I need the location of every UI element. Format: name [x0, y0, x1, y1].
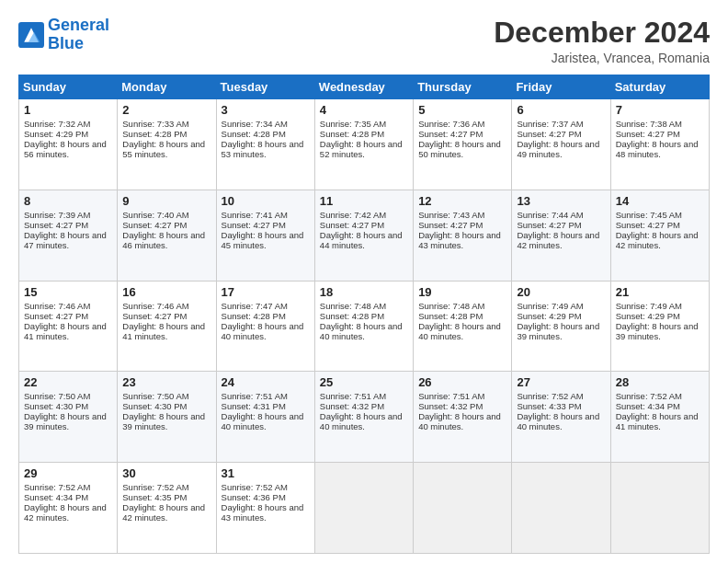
daylight-label: Daylight: 8 hours and 39 minutes.: [517, 321, 599, 341]
daylight-label: Daylight: 8 hours and 56 minutes.: [24, 139, 107, 159]
sunset-label: Sunset: 4:27 PM: [24, 311, 88, 321]
sunset-label: Sunset: 4:33 PM: [517, 401, 581, 411]
day-number: 14: [616, 194, 704, 208]
day-number: 3: [222, 103, 310, 117]
day-number: 20: [517, 285, 605, 299]
sunset-label: Sunset: 4:28 PM: [320, 129, 384, 139]
daylight-label: Daylight: 8 hours and 41 minutes.: [122, 321, 205, 341]
day-cell: 12Sunrise: 7:43 AMSunset: 4:27 PMDayligh…: [414, 190, 512, 281]
sunset-label: Sunset: 4:27 PM: [418, 220, 483, 230]
day-cell: [314, 463, 413, 554]
sunset-label: Sunset: 4:27 PM: [122, 220, 187, 230]
week-row-1: 1Sunrise: 7:32 AMSunset: 4:29 PMDaylight…: [19, 99, 710, 190]
day-cell: 15Sunrise: 7:46 AMSunset: 4:27 PMDayligh…: [19, 281, 118, 372]
day-number: 24: [222, 375, 310, 389]
day-number: 9: [122, 194, 210, 208]
sunset-label: Sunset: 4:31 PM: [222, 401, 286, 411]
sunset-label: Sunset: 4:32 PM: [320, 401, 384, 411]
day-cell: 19Sunrise: 7:48 AMSunset: 4:28 PMDayligh…: [414, 281, 512, 372]
day-number: 5: [418, 103, 506, 117]
day-cell: 11Sunrise: 7:42 AMSunset: 4:27 PMDayligh…: [314, 190, 413, 281]
sunrise-label: Sunrise: 7:52 AM: [122, 482, 188, 492]
day-number: 13: [517, 194, 605, 208]
sunset-label: Sunset: 4:27 PM: [222, 220, 286, 230]
day-cell: 1Sunrise: 7:32 AMSunset: 4:29 PMDaylight…: [19, 99, 118, 190]
day-number: 7: [616, 103, 704, 117]
header: General Blue December 2024 Jaristea, Vra…: [18, 17, 710, 65]
week-row-4: 22Sunrise: 7:50 AMSunset: 4:30 PMDayligh…: [19, 372, 710, 463]
col-header-sunday: Sunday: [19, 75, 118, 99]
day-cell: 16Sunrise: 7:46 AMSunset: 4:27 PMDayligh…: [118, 281, 216, 372]
col-header-monday: Monday: [118, 75, 216, 99]
day-number: 11: [320, 194, 408, 208]
sunset-label: Sunset: 4:28 PM: [320, 311, 384, 321]
logo-line2: Blue: [48, 34, 84, 52]
day-number: 10: [222, 194, 310, 208]
day-cell: 29Sunrise: 7:52 AMSunset: 4:34 PMDayligh…: [19, 463, 118, 554]
sunrise-label: Sunrise: 7:32 AM: [24, 119, 90, 129]
day-cell: 13Sunrise: 7:44 AMSunset: 4:27 PMDayligh…: [512, 190, 610, 281]
daylight-label: Daylight: 8 hours and 40 minutes.: [320, 411, 403, 431]
day-cell: 9Sunrise: 7:40 AMSunset: 4:27 PMDaylight…: [118, 190, 216, 281]
sunrise-label: Sunrise: 7:50 AM: [24, 391, 90, 401]
sunrise-label: Sunrise: 7:52 AM: [222, 482, 288, 492]
daylight-label: Daylight: 8 hours and 39 minutes.: [122, 411, 205, 431]
day-cell: 21Sunrise: 7:49 AMSunset: 4:29 PMDayligh…: [610, 281, 709, 372]
daylight-label: Daylight: 8 hours and 42 minutes.: [616, 230, 699, 250]
day-cell: 14Sunrise: 7:45 AMSunset: 4:27 PMDayligh…: [610, 190, 709, 281]
day-number: 28: [616, 375, 704, 389]
day-cell: 24Sunrise: 7:51 AMSunset: 4:31 PMDayligh…: [216, 372, 314, 463]
daylight-label: Daylight: 8 hours and 45 minutes.: [222, 230, 304, 250]
calendar: SundayMondayTuesdayWednesdayThursdayFrid…: [18, 75, 710, 554]
day-number: 26: [418, 375, 506, 389]
month-title: December 2024: [494, 17, 710, 49]
day-cell: 17Sunrise: 7:47 AMSunset: 4:28 PMDayligh…: [216, 281, 314, 372]
day-cell: 27Sunrise: 7:52 AMSunset: 4:33 PMDayligh…: [512, 372, 610, 463]
daylight-label: Daylight: 8 hours and 41 minutes.: [24, 321, 107, 341]
sunrise-label: Sunrise: 7:33 AM: [122, 119, 188, 129]
day-number: 19: [418, 285, 506, 299]
col-header-saturday: Saturday: [610, 75, 709, 99]
sunrise-label: Sunrise: 7:51 AM: [418, 391, 484, 401]
day-cell: [610, 463, 709, 554]
day-number: 27: [517, 375, 605, 389]
daylight-label: Daylight: 8 hours and 40 minutes.: [222, 411, 304, 431]
day-number: 6: [517, 103, 605, 117]
day-cell: 25Sunrise: 7:51 AMSunset: 4:32 PMDayligh…: [314, 372, 413, 463]
col-header-tuesday: Tuesday: [216, 75, 314, 99]
day-number: 15: [24, 285, 112, 299]
day-cell: 7Sunrise: 7:38 AMSunset: 4:27 PMDaylight…: [610, 99, 709, 190]
title-block: December 2024 Jaristea, Vrancea, Romania: [494, 17, 710, 65]
sunrise-label: Sunrise: 7:44 AM: [517, 210, 583, 220]
day-cell: 22Sunrise: 7:50 AMSunset: 4:30 PMDayligh…: [19, 372, 118, 463]
sunset-label: Sunset: 4:34 PM: [616, 401, 680, 411]
sunset-label: Sunset: 4:27 PM: [517, 129, 581, 139]
day-number: 8: [24, 194, 112, 208]
day-number: 18: [320, 285, 408, 299]
sunrise-label: Sunrise: 7:51 AM: [222, 391, 288, 401]
logo-text: General Blue: [48, 17, 109, 53]
day-number: 16: [122, 285, 210, 299]
sunset-label: Sunset: 4:27 PM: [616, 220, 680, 230]
sunset-label: Sunset: 4:32 PM: [418, 401, 483, 411]
sunset-label: Sunset: 4:34 PM: [24, 492, 88, 502]
day-number: 31: [222, 466, 310, 480]
col-header-friday: Friday: [512, 75, 610, 99]
sunset-label: Sunset: 4:27 PM: [24, 220, 88, 230]
logo: General Blue: [18, 17, 109, 53]
sunrise-label: Sunrise: 7:36 AM: [418, 119, 484, 129]
sunrise-label: Sunrise: 7:49 AM: [517, 301, 583, 311]
sunrise-label: Sunrise: 7:47 AM: [222, 301, 288, 311]
sunset-label: Sunset: 4:29 PM: [616, 311, 680, 321]
day-cell: 5Sunrise: 7:36 AMSunset: 4:27 PMDaylight…: [414, 99, 512, 190]
daylight-label: Daylight: 8 hours and 44 minutes.: [320, 230, 403, 250]
daylight-label: Daylight: 8 hours and 50 minutes.: [418, 139, 501, 159]
sunset-label: Sunset: 4:30 PM: [122, 401, 187, 411]
week-row-5: 29Sunrise: 7:52 AMSunset: 4:34 PMDayligh…: [19, 463, 710, 554]
sunrise-label: Sunrise: 7:39 AM: [24, 210, 90, 220]
logo-icon: [18, 22, 44, 48]
day-cell: 8Sunrise: 7:39 AMSunset: 4:27 PMDaylight…: [19, 190, 118, 281]
sunrise-label: Sunrise: 7:42 AM: [320, 210, 386, 220]
day-cell: 18Sunrise: 7:48 AMSunset: 4:28 PMDayligh…: [314, 281, 413, 372]
day-cell: 30Sunrise: 7:52 AMSunset: 4:35 PMDayligh…: [118, 463, 216, 554]
